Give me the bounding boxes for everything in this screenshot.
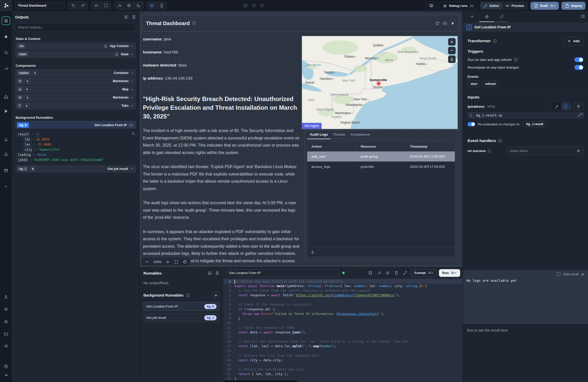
script-settings-icon[interactable]	[386, 271, 390, 275]
collapse-inspector-icon[interactable]	[581, 14, 585, 19]
chevron-down-icon[interactable]	[130, 71, 134, 75]
debug-runs-button[interactable]: Debug runs (4)	[439, 2, 477, 10]
column-header-resource[interactable]: Resource	[356, 144, 406, 149]
rail-help-icon[interactable]	[2, 362, 10, 371]
component-row-h[interactable]: h Markdown	[15, 77, 136, 85]
refresh-icon[interactable]	[435, 21, 439, 26]
rail-workers-icon[interactable]	[2, 317, 10, 326]
zoom-out-icon[interactable]	[145, 260, 149, 264]
code-line[interactable]: 18 const city = data.city;	[224, 358, 463, 363]
json-row-loading[interactable]: loading: false	[16, 153, 134, 157]
rail-runs-icon[interactable]	[2, 107, 10, 115]
map-component[interactable]: Québec Ottawa Montréal New Brunswick Nov…	[301, 36, 458, 129]
ai-wand-icon[interactable]	[377, 271, 381, 275]
code-line[interactable]: 12 const data = await response.json();	[224, 330, 463, 335]
rail-apps-icon[interactable]	[2, 16, 10, 25]
component-row-a[interactable]: a Map	[15, 85, 136, 93]
preview-tab[interactable]: Preview	[502, 2, 527, 9]
collapse-node-button[interactable]: −	[35, 132, 40, 136]
doc-icon[interactable]	[132, 15, 136, 19]
chevron-down-icon[interactable]	[130, 79, 134, 83]
code-area[interactable]: 1// Define the main function with the re…	[224, 279, 463, 380]
column-header-action[interactable]: Action	[307, 145, 356, 148]
redo-button[interactable]	[78, 2, 88, 9]
code-line[interactable]: 22}	[224, 376, 463, 380]
code-line[interactable]: 11 // Parse the response as JSON	[224, 325, 463, 330]
panel-grid-icon-1[interactable]	[243, 3, 248, 8]
set-region-button[interactable]: Set region	[302, 123, 322, 129]
expand-logs-icon[interactable]	[557, 272, 561, 276]
input-expression-editor[interactable]: 1 bg_1.result.ip	[468, 112, 583, 118]
auto-theme-icon[interactable]	[114, 2, 124, 9]
pan-icon[interactable]	[183, 260, 187, 264]
static-mode-button[interactable]	[552, 103, 561, 110]
connect-input-button[interactable]	[573, 103, 583, 110]
component-row-f[interactable]: f Tabs	[15, 102, 136, 110]
bg1-output-row[interactable]: bg_1 Get job result	[15, 165, 136, 173]
code-line[interactable]: 10	[224, 321, 463, 325]
code-line[interactable]: 20 // Return the coordinates and city	[224, 367, 463, 372]
runnable-item[interactable]: Get job result bg_1	[143, 313, 219, 322]
event-badge-refresh[interactable]: refresh	[482, 81, 499, 87]
kebab-menu-icon[interactable]	[417, 3, 423, 8]
map-zoom-out-button[interactable]: −	[448, 47, 456, 54]
code-line[interactable]: 9 }	[224, 316, 463, 321]
chevron-down-icon[interactable]	[130, 166, 134, 172]
rail-favorites-icon[interactable]	[2, 32, 10, 41]
mobile-view-button[interactable]	[157, 2, 166, 9]
format-button[interactable]: Format⌘S	[411, 269, 436, 277]
runnable-item[interactable]: Get Location From IP bg_0	[143, 302, 219, 311]
code-line[interactable]: 19	[224, 363, 463, 367]
bg0-output-row[interactable]: bg_0 Get Location From IP	[15, 121, 136, 129]
runnable-name-input[interactable]	[226, 269, 339, 277]
panel-grid-icon-2[interactable]	[252, 3, 256, 8]
rail-home-icon[interactable]	[2, 92, 10, 101]
insert-tab[interactable]	[465, 11, 479, 22]
code-line[interactable]: 1// Define the main function with the re…	[224, 279, 463, 284]
zoom-in-icon[interactable]	[166, 260, 170, 264]
json-row-jobId[interactable]: jobId: "0199390f-2843-ceac-dc03-cf8b242a…	[16, 158, 134, 162]
padding-toggle-button[interactable]	[91, 2, 101, 9]
expand-expression-icon[interactable]	[578, 113, 582, 118]
tab-compliance[interactable]: Compliance	[348, 131, 373, 139]
chevron-down-icon[interactable]	[130, 96, 134, 100]
tab-audit-logs[interactable]: Audit Logs	[307, 131, 331, 139]
rail-triggers-icon[interactable]	[2, 150, 10, 158]
rail-resources-icon[interactable]	[2, 135, 10, 144]
undo-button[interactable]	[68, 2, 78, 9]
rail-collapse-icon[interactable]	[2, 371, 10, 379]
app-canvas[interactable]: Threat Dashboard (2) username: jdoe host…	[139, 11, 463, 267]
column-header-timestamp[interactable]: Timestamp	[405, 144, 455, 149]
map-zoom-in-button[interactable]: +	[448, 38, 456, 46]
collapse-panel-icon[interactable]	[124, 15, 129, 19]
table-row[interactable]: add_useraudit-group2025-03-30T17:00:00Z	[307, 151, 455, 162]
delete-script-icon[interactable]	[394, 271, 399, 275]
runnables-doc-icon[interactable]	[215, 271, 219, 275]
recompute-toggle[interactable]	[574, 65, 583, 70]
event-badge-start[interactable]: start	[468, 81, 480, 87]
horizontal-scrollbar[interactable]	[224, 381, 297, 382]
add-runnable-button[interactable]	[212, 292, 219, 299]
code-line[interactable]: 16	[224, 348, 463, 353]
rail-folders-icon[interactable]	[2, 329, 10, 338]
on-success-select[interactable]: Select items	[507, 147, 583, 155]
bolt-icon[interactable]	[450, 21, 455, 26]
code-line[interactable]: 5	[224, 298, 463, 302]
code-line[interactable]: 21 return { lon, lat, city };	[224, 372, 463, 376]
output-row-state[interactable]: state State	[15, 50, 136, 58]
pointer-icon[interactable]	[25, 87, 30, 92]
run-on-start-toggle[interactable]	[574, 57, 583, 62]
json-row-lat[interactable]: lat: 42.3876	[16, 137, 134, 141]
pointer-icon[interactable]	[25, 95, 30, 100]
docs-button[interactable]	[426, 2, 437, 10]
tabs-component[interactable]: Audit Logs Threats Compliance Action Res…	[305, 130, 457, 260]
windmill-logo[interactable]	[0, 0, 12, 11]
json-search-icon[interactable]	[131, 131, 135, 136]
search-outputs-input[interactable]	[15, 23, 136, 31]
chevron-down-icon[interactable]	[130, 44, 134, 48]
rail-variables-icon[interactable]	[2, 121, 10, 130]
code-line[interactable]: 17 // Extract the city from the response…	[224, 353, 463, 358]
panel-grid-icon-3[interactable]	[260, 3, 265, 8]
rail-ai-wand-icon[interactable]	[2, 64, 10, 73]
fit-view-icon[interactable]	[174, 260, 178, 264]
